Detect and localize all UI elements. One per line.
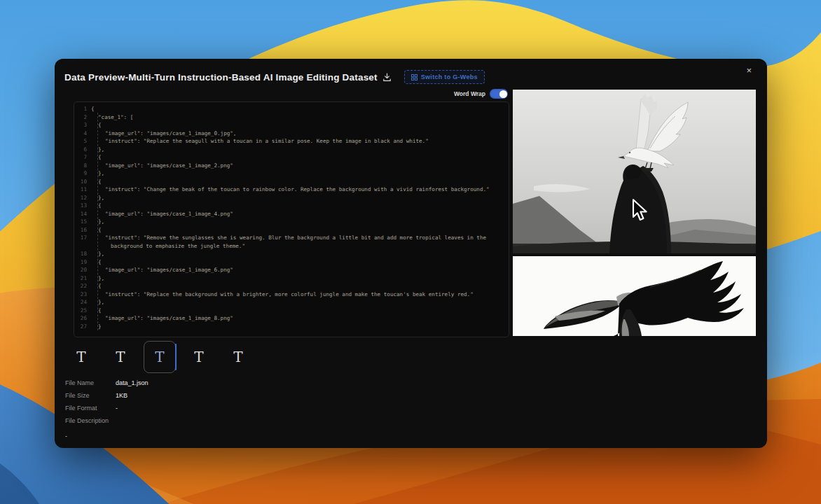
code-line: 10{ <box>74 178 507 186</box>
text-file-icon: T <box>155 349 164 365</box>
line-text: }, <box>91 169 507 178</box>
line-text: }, <box>91 298 507 307</box>
file-info-value: data_1.json <box>116 379 149 386</box>
file-thumbnail-2[interactable]: T <box>104 341 137 373</box>
file-info-label: File Name <box>65 379 116 386</box>
switch-view-label: Switch to G-Webs <box>421 74 478 80</box>
line-number: 15 <box>74 218 91 226</box>
line-number: 13 <box>74 202 91 210</box>
line-text: { <box>91 258 507 267</box>
code-line: 15}, <box>74 218 507 226</box>
line-number: 19 <box>74 258 91 267</box>
line-number: 7 <box>74 153 91 162</box>
code-line: 13{ <box>74 202 507 210</box>
code-line: 23"instruct": "Replace the background wi… <box>74 290 507 299</box>
file-info-rows: File Namedata_1.jsonFile Size1KBFile For… <box>65 379 149 424</box>
text-file-icon: T <box>116 349 125 365</box>
code-line: 5"instruct": "Replace the seagull with a… <box>74 137 507 146</box>
modal-title: Data Preview-Multi-Turn Instruction-Base… <box>64 72 378 83</box>
line-text: "image_url": "images/case_1_image_0.jpg"… <box>91 130 507 138</box>
text-file-icon: T <box>76 349 85 365</box>
line-number: 4 <box>74 130 91 138</box>
line-text: { <box>91 178 507 186</box>
line-text: { <box>91 202 507 210</box>
code-line: 22{ <box>74 282 507 290</box>
switch-view-button[interactable]: Switch to G-Webs <box>404 70 485 84</box>
line-text: { <box>91 153 507 162</box>
line-text: "instruct": "Replace the background with… <box>91 290 507 299</box>
word-wrap-label: Word Wrap <box>454 90 485 97</box>
word-wrap-toggle[interactable] <box>490 89 508 99</box>
line-number: 26 <box>74 314 91 323</box>
line-number: 21 <box>74 274 91 283</box>
line-number: 2 <box>74 113 91 122</box>
line-text: { <box>91 307 507 315</box>
code-line: 21}, <box>74 274 507 283</box>
text-file-icon: T <box>194 349 203 365</box>
line-number: 16 <box>74 226 91 234</box>
desktop: Data Preview-Multi-Turn Instruction-Base… <box>0 0 821 504</box>
line-number: 23 <box>74 290 91 299</box>
file-info-row: File Size1KB <box>65 392 149 399</box>
download-icon[interactable] <box>382 73 392 82</box>
file-info-footer-dash: - <box>65 433 149 440</box>
line-number: 14 <box>74 210 91 218</box>
grid-icon <box>411 74 418 80</box>
word-wrap-row: Word Wrap <box>74 88 508 100</box>
modal-header: Data Preview-Multi-Turn Instruction-Base… <box>64 67 757 87</box>
line-number: 17 <box>74 234 91 250</box>
line-text: "instruct": "Change the beak of the touc… <box>91 186 507 194</box>
line-text: { <box>91 121 507 130</box>
line-number: 25 <box>74 307 91 315</box>
code-lines: 1{2"case_1": [3{4"image_url": "images/ca… <box>74 102 509 332</box>
file-info-value: - <box>116 405 118 412</box>
line-text: } <box>91 323 507 331</box>
indent-guide <box>97 113 98 330</box>
code-line: 20"image_url": "images/case_1_image_6.pn… <box>74 266 507 274</box>
line-text: { <box>91 105 507 113</box>
code-line: 19{ <box>74 258 507 267</box>
line-number: 12 <box>74 194 91 202</box>
line-text: }, <box>91 218 507 226</box>
code-line: 16{ <box>74 226 507 234</box>
line-text: "case_1": [ <box>91 113 507 122</box>
preview-image-toucan[interactable] <box>513 256 756 336</box>
data-preview-modal: Data Preview-Multi-Turn Instruction-Base… <box>55 59 767 448</box>
file-thumbnail-5[interactable]: T <box>222 341 254 373</box>
file-thumbnail-1[interactable]: T <box>65 341 97 373</box>
close-icon[interactable]: × <box>743 63 754 78</box>
code-line: 3{ <box>74 121 507 130</box>
file-thumbnail-3[interactable]: T <box>144 341 176 373</box>
line-number: 1 <box>74 105 91 113</box>
code-line: 1{ <box>74 105 507 113</box>
code-line: 8"image_url": "images/case_1_image_2.png… <box>74 162 507 170</box>
code-line: 14"image_url": "images/case_1_image_4.pn… <box>74 210 507 218</box>
text-file-icon: T <box>233 349 242 365</box>
file-info-row: File Namedata_1.json <box>65 379 149 386</box>
file-info: File Namedata_1.jsonFile Size1KBFile For… <box>65 379 149 440</box>
line-number: 22 <box>74 282 91 290</box>
json-code-viewer[interactable]: 1{2"case_1": [3{4"image_url": "images/ca… <box>74 102 509 337</box>
line-number: 18 <box>74 250 91 258</box>
code-line: 12}, <box>74 194 507 202</box>
line-text: }, <box>91 194 507 202</box>
code-line: 4"image_url": "images/case_1_image_0.jpg… <box>74 130 507 138</box>
code-line: 24}, <box>74 298 507 307</box>
line-text: "instruct": "Remove the sunglasses she i… <box>91 234 507 250</box>
code-line: 9}, <box>74 169 507 178</box>
line-text: "image_url": "images/case_1_image_2.png" <box>91 162 507 170</box>
preview-image-seagull[interactable] <box>513 90 756 253</box>
line-number: 10 <box>74 178 91 186</box>
line-text: "image_url": "images/case_1_image_4.png" <box>91 210 507 218</box>
file-info-row: File Format- <box>65 405 149 412</box>
line-text: }, <box>91 274 507 283</box>
file-info-label: File Description <box>65 417 116 424</box>
code-line: 2"case_1": [ <box>74 113 507 122</box>
line-text: { <box>91 226 507 234</box>
line-text: "image_url": "images/case_1_image_8.png" <box>91 314 507 323</box>
line-text: "image_url": "images/case_1_image_6.png" <box>91 266 507 274</box>
file-info-label: File Format <box>65 405 116 412</box>
code-line: 25{ <box>74 307 507 315</box>
code-line: 7{ <box>74 153 507 162</box>
file-thumbnail-4[interactable]: T <box>183 341 215 373</box>
